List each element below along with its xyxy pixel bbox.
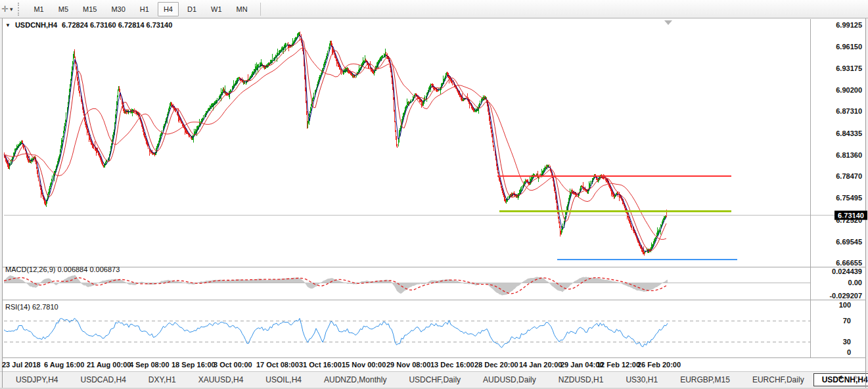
price-axis-label: 6.93175 [836,64,862,72]
chart-symbol-label: USDCNH,H4 [15,21,57,29]
price-axis-label: 6.78470 [836,172,862,180]
date-axis-label: 12 Feb 12:00 [597,361,640,369]
price-axis-label: 6.84335 [836,129,862,137]
price-axis-label: 6.75495 [836,194,862,202]
date-axis-label: 29 Nov 08:00 [386,361,430,369]
date-axis-label: 31 Oct 16:00 [299,361,342,369]
date-axis-label: 18 Sep 16:00 [171,361,216,369]
date-axis-label: 15 Nov 00:00 [342,361,386,369]
macd-axis-label: 0.024439 [832,267,862,275]
collapse-indicators-icon[interactable]: ▼ [5,22,11,28]
date-axis-label: 14 Jan 20:00 [519,361,562,369]
macd-axis-label: 0.00 [848,279,862,286]
rsi-axis-label: 0 [847,348,851,356]
macd-indicator-label: MACD(12,26,9) 0.006884 0.006873 [5,265,120,273]
price-axis-label: 6.90200 [836,86,862,94]
chart-ohlc-values: 6.72824 6.73160 6.72814 6.73140 [62,21,172,29]
date-axis-label: 6 Aug 16:00 [44,361,84,369]
date-axis-label: 21 Aug 00:00 [87,361,131,369]
macd-axis-label: -0.029207 [829,292,862,300]
price-axis-label: 6.96150 [836,43,862,51]
price-axis-label: 6.66655 [836,259,862,267]
price-axis-label: 6.87310 [836,107,862,115]
tab-scroll-arrows: ◄ ► [836,373,860,380]
tab-scroll-right-icon[interactable]: ► [854,373,860,380]
date-axis-label: 17 Oct 08:00 [256,361,299,369]
rsi-axis-label: 70 [843,317,851,325]
date-axis-label: 23 Jul 2018 [2,361,41,369]
mt4-window: { "toolbar": { "timeframes": ["M1","M5",… [0,0,868,389]
date-axis-label: 13 Dec 16:00 [430,361,474,369]
rsi-indicator-label: RSI(14) 62.7810 [5,303,58,311]
date-axis-label: 3 Oct 00:00 [214,361,252,369]
rsi-axis-label: 30 [843,338,851,346]
tab-scroll-left-icon[interactable]: ◄ [836,373,843,380]
chart-title: ▼ USDCNH,H4 6.72824 6.73160 6.72814 6.73… [5,21,172,29]
price-axis-label: 6.99125 [836,21,862,29]
date-axis-label: 28 Dec 20:00 [474,361,518,369]
price-axis-label: 6.69545 [836,238,862,246]
date-axis-label: 26 Feb 20:00 [637,361,681,369]
price-axis-label: 6.81360 [836,151,862,159]
rsi-axis-label: 100 [839,301,851,309]
date-axis-label: 4 Sep 08:00 [129,361,170,369]
price-axis-label: 6.72520 [836,216,862,224]
chart-canvas[interactable]: 6.731406.991256.961506.931756.902006.873… [0,0,868,389]
